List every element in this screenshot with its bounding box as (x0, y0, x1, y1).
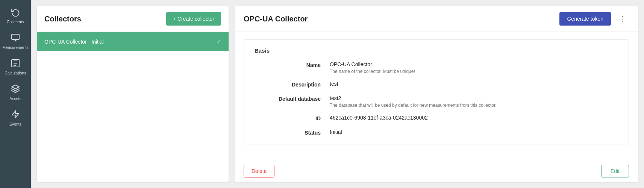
field-value-group-default-database: test2 The database that will be used by … (330, 95, 618, 108)
more-options-button[interactable]: ⋮ (615, 13, 629, 25)
field-value-status: Initial (330, 129, 618, 135)
expand-icon: ⤢ (216, 38, 221, 45)
sidebar: Collectors Measurements Calculations (0, 0, 31, 188)
svg-marker-7 (12, 111, 19, 118)
detail-header-actions: Generate token ⋮ (559, 12, 629, 26)
field-label-default-database: Default database (255, 95, 330, 102)
field-value-group-id: 462ca1c0-6908-11ef-a3ca-0242ac130002 (330, 115, 618, 122)
sidebar-label-events: Events (9, 122, 21, 126)
collector-item[interactable]: OPC-UA Collector - Initial ⤢ (37, 32, 229, 52)
sidebar-label-calculations: Calculations (5, 71, 26, 75)
field-row-status: Status Initial (255, 129, 618, 136)
detail-title: OPC-UA Collector (244, 15, 308, 23)
more-icon: ⋮ (618, 14, 626, 23)
basis-title: Basis (255, 47, 618, 54)
sidebar-label-measurements: Measurements (2, 45, 28, 50)
field-row-name: Name OPC-UA Collector The name of the co… (255, 61, 618, 74)
events-icon (11, 110, 20, 120)
sidebar-label-collectors: Collectors (7, 20, 24, 24)
measurements-icon (11, 33, 20, 44)
field-value-id: 462ca1c0-6908-11ef-a3ca-0242ac130002 (330, 115, 618, 121)
field-label-status: Status (255, 129, 330, 136)
sidebar-item-events[interactable]: Events (0, 105, 31, 131)
collectors-icon (11, 8, 20, 18)
field-label-id: ID (255, 115, 330, 121)
detail-panel: OPC-UA Collector Generate token ⋮ Basis … (235, 6, 638, 182)
detail-body: Basis Name OPC-UA Collector The name of … (235, 32, 638, 160)
field-value-group-status: Initial (330, 129, 618, 136)
field-label-description: Description (255, 81, 330, 88)
basis-card: Basis Name OPC-UA Collector The name of … (244, 39, 629, 144)
sidebar-item-calculations[interactable]: Calculations (0, 54, 31, 80)
field-value-group-description: test (330, 81, 618, 88)
collector-list: OPC-UA Collector - Initial ⤢ (37, 32, 229, 182)
detail-footer: Delete Edit (235, 160, 638, 182)
field-hint-name: The name of the collector. Must be uniqu… (330, 69, 618, 74)
svg-rect-0 (12, 34, 19, 39)
sidebar-item-assets[interactable]: Assets (0, 80, 31, 105)
sidebar-item-measurements[interactable]: Measurements (0, 29, 31, 54)
calculations-icon (11, 59, 20, 69)
collector-item-name: OPC-UA Collector - Initial (44, 39, 104, 45)
field-row-description: Description test (255, 81, 618, 88)
delete-button[interactable]: Delete (244, 165, 274, 177)
field-row-id: ID 462ca1c0-6908-11ef-a3ca-0242ac130002 (255, 115, 618, 122)
field-label-name: Name (255, 61, 330, 68)
collectors-header: Collectors + Create collector (37, 6, 229, 32)
edit-button[interactable]: Edit (601, 165, 629, 177)
assets-icon (11, 84, 20, 95)
collectors-title: Collectors (44, 15, 81, 23)
collectors-panel: Collectors + Create collector OPC-UA Col… (37, 6, 229, 182)
detail-header: OPC-UA Collector Generate token ⋮ (235, 6, 638, 32)
field-value-group-name: OPC-UA Collector The name of the collect… (330, 61, 618, 74)
field-value-default-database: test2 (330, 95, 618, 101)
create-collector-button[interactable]: + Create collector (166, 12, 221, 26)
field-hint-default-database: The database that will be used by defaul… (330, 103, 618, 108)
generate-token-button[interactable]: Generate token (559, 12, 611, 26)
sidebar-label-assets: Assets (9, 96, 21, 101)
sidebar-item-collectors[interactable]: Collectors (0, 3, 31, 29)
field-value-name: OPC-UA Collector (330, 61, 618, 67)
main-content: Collectors + Create collector OPC-UA Col… (31, 0, 644, 188)
field-value-description: test (330, 81, 618, 87)
field-row-default-database: Default database test2 The database that… (255, 95, 618, 108)
